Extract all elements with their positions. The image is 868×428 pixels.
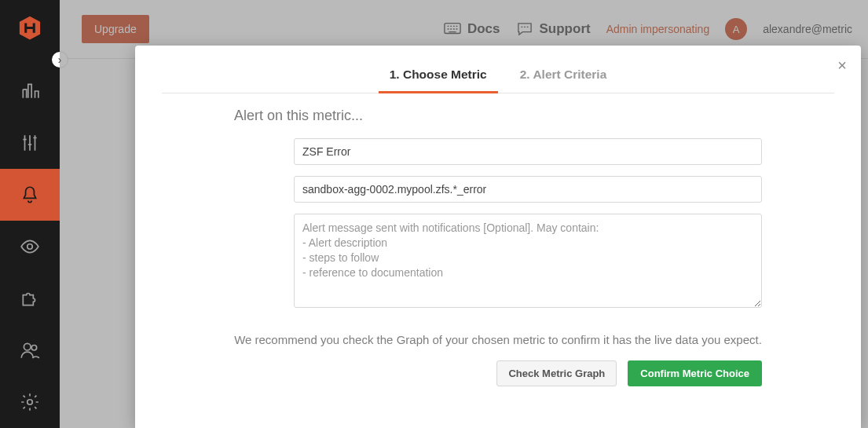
close-icon[interactable]: × <box>837 57 847 75</box>
check-metric-graph-button[interactable]: Check Metric Graph <box>496 360 617 386</box>
recommend-text: We recommend you check the Graph of your… <box>234 333 762 346</box>
modal-body: Alert on this metric... We recommend you… <box>162 108 834 386</box>
sidebar-nav <box>0 65 60 428</box>
sliders-icon <box>20 133 40 153</box>
users-icon <box>20 340 40 360</box>
alert-message-textarea[interactable] <box>294 214 762 308</box>
tab-choose-metric[interactable]: 1. Choose Metric <box>385 64 492 93</box>
metric-name-input[interactable] <box>294 138 762 165</box>
sidebar: › <box>0 0 60 428</box>
nav-integrations[interactable] <box>0 273 60 324</box>
modal-overlay: × 1. Choose Metric 2. Alert Criteria Ale… <box>60 0 868 428</box>
bell-icon <box>20 185 40 205</box>
metric-path-input[interactable] <box>294 176 762 203</box>
nav-dashboards[interactable] <box>0 65 60 117</box>
nav-alerts[interactable] <box>0 169 60 221</box>
nav-settings[interactable] <box>0 376 60 428</box>
create-alert-modal: × 1. Choose Metric 2. Alert Criteria Ale… <box>135 46 861 428</box>
gear-icon <box>20 392 40 412</box>
logo-icon <box>14 14 46 42</box>
eye-icon <box>20 236 40 257</box>
puzzle-icon <box>20 288 40 309</box>
svg-point-1 <box>27 244 33 250</box>
section-title: Alert on this metric... <box>234 108 762 124</box>
bar-chart-icon <box>20 81 40 101</box>
form-column <box>294 138 762 308</box>
nav-metrics[interactable] <box>0 117 60 169</box>
modal-actions: Check Metric Graph Confirm Metric Choice <box>234 346 762 386</box>
svg-point-4 <box>27 400 33 405</box>
confirm-metric-choice-button[interactable]: Confirm Metric Choice <box>628 360 762 386</box>
tab-alert-criteria[interactable]: 2. Alert Criteria <box>515 64 612 93</box>
svg-point-3 <box>31 346 36 351</box>
nav-watch[interactable] <box>0 221 60 273</box>
modal-tabs: 1. Choose Metric 2. Alert Criteria <box>162 64 834 93</box>
svg-point-2 <box>24 343 31 350</box>
nav-users[interactable] <box>0 324 60 376</box>
